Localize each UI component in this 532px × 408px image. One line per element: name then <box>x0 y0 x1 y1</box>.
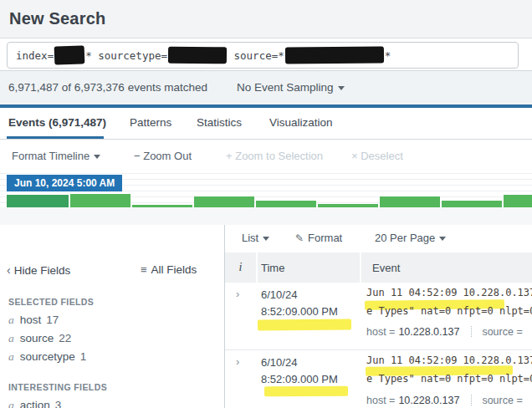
event-sampling-dropdown[interactable]: No Event Sampling <box>237 81 345 94</box>
format-dropdown[interactable]: ✎Format <box>295 232 342 244</box>
source-field-label: source = <box>482 326 522 338</box>
host-field-value[interactable]: 10.228.0.137 <box>398 326 459 338</box>
field-host[interactable]: ahost17 <box>8 314 59 327</box>
event-time: 8:52:09.000 PM <box>261 371 338 388</box>
string-type-icon: a <box>8 314 14 326</box>
results-area: ‹Hide Fields ≡All Fields SELECTED FIELDS… <box>0 225 532 408</box>
search-band: index=* sourcetype= source=** <box>0 38 532 71</box>
query-segment: index= <box>16 49 54 62</box>
event-raw-line1: Jun 11 04:52:09 10.228.0.137 <box>366 354 532 366</box>
timeline-bar[interactable] <box>7 195 69 207</box>
column-header-info: i <box>225 252 256 283</box>
event-row: › 6/10/24 8:52:09.000 PM Jun 11 04:52:09… <box>225 350 532 408</box>
splunk-search-window: New Search index=* sourcetype= source=**… <box>0 0 532 408</box>
highlight-annotation <box>258 319 351 331</box>
interesting-fields-heading: INTERESTING FIELDS <box>8 382 107 392</box>
timeline-bar[interactable] <box>70 194 130 207</box>
timeline-bar[interactable] <box>442 201 502 207</box>
tab-statistics[interactable]: Statistics <box>197 116 242 129</box>
string-type-icon: a <box>8 350 14 363</box>
results-tabs: Events (6,971,487) Patterns Statistics V… <box>0 108 532 140</box>
chevron-left-icon: ‹ <box>7 263 11 277</box>
zoom-to-selection-button: + Zoom to Selection <box>226 150 323 162</box>
column-header-time[interactable]: Time <box>258 252 360 283</box>
tab-visualization[interactable]: Visualization <box>269 116 333 129</box>
string-type-icon: a <box>8 399 14 408</box>
hide-fields-button[interactable]: ‹Hide Fields <box>7 263 70 277</box>
selected-fields-heading: SELECTED FIELDS <box>8 297 94 307</box>
event-timestamp: 6/10/24 8:52:09.000 PM <box>261 287 338 320</box>
event-raw-line2: e Types" nat=0 nfpt=0 nlpt=0 <box>366 373 532 385</box>
expand-event-chevron-icon[interactable]: › <box>236 288 239 300</box>
field-separator <box>471 395 472 405</box>
host-field-value[interactable]: 10.228.0.137 <box>398 395 459 406</box>
timeline-bar[interactable] <box>194 196 254 207</box>
all-fields-button[interactable]: ≡All Fields <box>141 263 197 276</box>
host-field-label: host = <box>366 326 395 338</box>
zoom-out-button[interactable]: − Zoom Out <box>134 150 192 162</box>
event-date: 6/10/24 <box>261 287 338 303</box>
field-count: 3 <box>55 399 62 408</box>
event-field-summary: host =10.228.0.137source = <box>366 326 523 338</box>
event-raw-line1: Jun 11 04:52:09 10.228.0.137 <box>366 287 532 298</box>
field-sourcetype[interactable]: asourcetype1 <box>8 350 86 364</box>
fields-sidebar: ‹Hide Fields ≡All Fields SELECTED FIELDS… <box>0 225 225 408</box>
field-count: 17 <box>46 314 59 326</box>
event-field-summary: host =10.228.0.137source = <box>366 395 523 406</box>
timeline-bar[interactable] <box>504 195 532 207</box>
query-segment: source=* <box>228 49 284 62</box>
redaction-box <box>168 47 227 64</box>
active-tab-indicator <box>7 136 104 139</box>
expand-event-chevron-icon[interactable]: › <box>236 355 239 368</box>
deselect-button: × Deselect <box>351 150 403 162</box>
field-count: 22 <box>59 332 71 344</box>
column-header-event: Event <box>361 252 532 283</box>
timeline-tooltip: Jun 10, 2024 5:00 AM <box>7 175 122 191</box>
page-title: New Search <box>9 9 105 28</box>
caret-down-icon <box>439 237 446 241</box>
timeline-bar[interactable] <box>380 196 440 207</box>
event-timestamp: 6/10/24 8:52:09.000 PM <box>261 354 338 388</box>
source-field-label: source = <box>482 395 522 406</box>
pencil-icon: ✎ <box>295 232 304 244</box>
list-view-dropdown[interactable]: List <box>242 232 269 244</box>
caret-down-icon <box>263 237 269 241</box>
timeline-controls: Format Timeline − Zoom Out + Zoom to Sel… <box>0 140 532 173</box>
timeline-bar[interactable] <box>256 201 316 207</box>
format-timeline-dropdown[interactable]: Format Timeline <box>12 150 100 162</box>
list-icon: ≡ <box>141 263 147 276</box>
event-time: 8:52:09.000 PM <box>261 303 338 320</box>
string-type-icon: a <box>8 332 14 344</box>
host-field-label: host = <box>366 395 395 406</box>
field-separator <box>471 326 472 337</box>
timeline-footer-band <box>0 207 532 225</box>
caret-down-icon <box>94 155 100 159</box>
field-action[interactable]: aaction3 <box>8 399 61 408</box>
field-count: 1 <box>80 350 87 363</box>
status-band: 6,971,487 of 6,973,376 events matched No… <box>0 71 532 105</box>
query-segment: * sourcetype= <box>85 49 167 62</box>
field-source[interactable]: asource22 <box>8 332 71 345</box>
event-raw-line2: e Types" nat=0 nfpt=0 nlpt=0 <box>366 305 532 317</box>
events-matched-text: 6,971,487 of 6,973,376 events matched <box>8 81 207 94</box>
event-row: › 6/10/24 8:52:09.000 PM Jun 11 04:52:09… <box>225 283 532 350</box>
title-band: New Search <box>0 0 532 38</box>
events-table-header: i Time Event <box>225 252 532 283</box>
search-input[interactable]: index=* sourcetype= source=** <box>7 42 519 69</box>
query-segment: * <box>385 49 391 62</box>
tab-events[interactable]: Events (6,971,487) <box>8 116 106 129</box>
event-date: 6/10/24 <box>261 354 338 371</box>
redaction-box <box>285 46 384 64</box>
caret-down-icon <box>338 86 345 90</box>
redaction-box <box>54 45 85 64</box>
per-page-dropdown[interactable]: 20 Per Page <box>375 232 446 244</box>
results-controls-row: List ✎Format 20 Per Page <box>225 225 532 252</box>
tab-patterns[interactable]: Patterns <box>130 116 171 129</box>
